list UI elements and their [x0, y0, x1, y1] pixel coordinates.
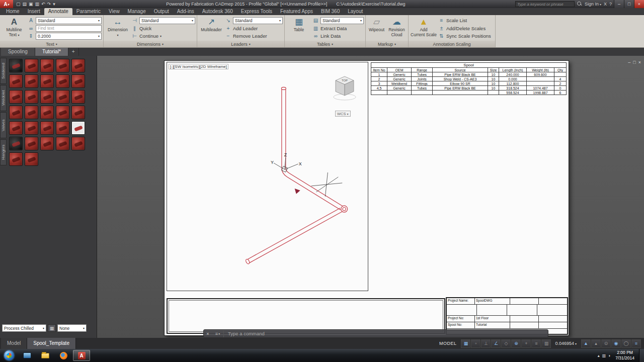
- tray-show-hidden-icon[interactable]: ▴: [598, 353, 600, 358]
- isolate-toggle[interactable]: ◯: [621, 339, 631, 348]
- viewcube-top-face[interactable]: TOP: [342, 79, 348, 82]
- ribbon-tab-bim-360[interactable]: BIM 360: [317, 8, 344, 15]
- otrack-toggle[interactable]: +: [521, 339, 531, 348]
- palette-item-20[interactable]: [9, 121, 23, 135]
- palette-item-21[interactable]: [25, 121, 38, 135]
- palette-item-1[interactable]: [25, 59, 38, 72]
- ribbon-tab-add-ins[interactable]: Add-ins: [173, 8, 198, 15]
- new-tab-button[interactable]: +: [68, 48, 79, 56]
- palette-item-6[interactable]: [25, 74, 38, 88]
- text-style-dropdown[interactable]: Standard▾: [36, 17, 102, 24]
- snap-toggle[interactable]: ▫: [471, 339, 480, 348]
- palette-tab-weldolet[interactable]: Weldolet: [0, 85, 7, 111]
- palette-tab-hangers[interactable]: Hangers: [0, 139, 7, 165]
- palette-item-16[interactable]: [25, 106, 38, 119]
- palette-item-9[interactable]: [71, 74, 85, 88]
- multiline-text-button[interactable]: A MultilineText ▾: [2, 16, 27, 41]
- model-space-label[interactable]: MODEL: [437, 341, 459, 346]
- command-close-icon[interactable]: ×: [204, 331, 212, 336]
- sync-scale-positions-button[interactable]: ⇅ Sync Scale Positions: [438, 32, 494, 40]
- workspace-toggle[interactable]: ◉: [611, 339, 621, 348]
- palette-item-3[interactable]: [56, 59, 69, 72]
- file-tab-tutorial[interactable]: Tutorial*: [35, 48, 68, 56]
- ribbon-tab-home[interactable]: Home: [2, 8, 24, 15]
- minimize-button[interactable]: –: [614, 0, 624, 8]
- wcs-dropdown[interactable]: WCS▾: [335, 111, 351, 117]
- exchange-apps-icon[interactable]: X: [604, 2, 607, 7]
- ribbon-tab-autodesk-360[interactable]: Autodesk 360: [198, 8, 237, 15]
- palette-item-0[interactable]: [9, 59, 23, 72]
- ribbon-tab-layout[interactable]: Layout: [344, 8, 367, 15]
- palette-item-15[interactable]: [9, 106, 23, 119]
- grid-toggle[interactable]: ▦: [461, 339, 470, 348]
- save-file-icon[interactable]: ▣: [29, 2, 33, 7]
- palette-item-2[interactable]: [40, 59, 54, 72]
- new-file-icon[interactable]: ▢: [16, 2, 21, 7]
- layout-tab-model[interactable]: Model: [1, 338, 27, 349]
- palette-item-10[interactable]: [9, 90, 23, 104]
- palette-item-14[interactable]: [71, 90, 85, 104]
- search-input[interactable]: [515, 1, 575, 7]
- panel-footer-dimensions[interactable]: Dimensions▾: [104, 41, 197, 47]
- polar-toggle[interactable]: ∠: [491, 339, 501, 348]
- annotation-visibility-toggle[interactable]: ▲: [581, 339, 591, 348]
- annotation-monitor-toggle[interactable]: ⊙: [601, 339, 611, 348]
- panel-footer-tables[interactable]: Tables▾: [285, 41, 365, 47]
- taskbar-firefox-icon[interactable]: [55, 350, 72, 361]
- plot-icon[interactable]: ▥: [35, 2, 40, 7]
- palette-tab-valves[interactable]: Valves: [0, 112, 7, 138]
- viewport-controls-label[interactable]: [-][SW Isometric][2D Wireframe]: [169, 64, 228, 69]
- palette-tab-soldered[interactable]: Soldered: [0, 58, 7, 84]
- palette-item-8[interactable]: [56, 74, 69, 88]
- panel-footer-leaders[interactable]: Leaders▾: [197, 41, 284, 47]
- find-text-input[interactable]: [36, 25, 102, 32]
- command-line[interactable]: × ≡▾ Type a command: [203, 329, 548, 338]
- wipeout-button[interactable]: ▱ Wipeout: [367, 16, 386, 41]
- ribbon-tab-output[interactable]: Output: [150, 8, 173, 15]
- drawing-restore-button[interactable]: □: [633, 60, 635, 65]
- add-current-scale-button[interactable]: ▲ AddCurrent Scale: [410, 16, 437, 41]
- palette-item-17[interactable]: [40, 106, 54, 119]
- add-delete-scales-button[interactable]: ± Add/Delete Scales: [438, 25, 494, 32]
- sign-in-button[interactable]: Sign In▾: [585, 2, 601, 7]
- palette-item-26[interactable]: [25, 137, 38, 150]
- palette-item-4[interactable]: [71, 59, 85, 72]
- autoscale-toggle[interactable]: ▴: [591, 339, 601, 348]
- panel-footer-text[interactable]: Text▾: [0, 41, 103, 47]
- help-icon[interactable]: ?: [609, 2, 612, 7]
- palette-item-23[interactable]: [56, 121, 69, 135]
- model-viewport[interactable]: Y Z X [-][SW Isometric][2D Wireframe] TO…: [167, 62, 368, 291]
- add-leader-button[interactable]: + Add Leader: [225, 25, 283, 32]
- palette-item-27[interactable]: [40, 137, 54, 150]
- ribbon-tab-view[interactable]: View: [105, 8, 124, 15]
- command-prompt[interactable]: Type a command: [224, 331, 265, 336]
- dim-style-dropdown[interactable]: Standard▾: [139, 17, 195, 24]
- panel-footer-markup[interactable]: Markup▾: [366, 41, 408, 47]
- application-menu-button[interactable]: A▾: [0, 0, 13, 8]
- palette-item-18[interactable]: [56, 106, 69, 119]
- drawing-minimize-button[interactable]: –: [628, 60, 630, 65]
- palette-item-30[interactable]: [9, 152, 23, 166]
- palette-item-28[interactable]: [56, 137, 69, 150]
- service-dropdown[interactable]: Process Chilled▾: [2, 324, 46, 332]
- size-filter-dropdown[interactable]: None▾: [57, 324, 87, 332]
- dimension-button[interactable]: ↔ Dimension▾: [105, 16, 130, 41]
- link-data-button[interactable]: ∞ Link Data: [312, 32, 364, 40]
- palette-item-22[interactable]: [40, 121, 54, 135]
- quick-dimension-button[interactable]: ∥ Quick: [131, 25, 195, 32]
- show-desktop-button[interactable]: [639, 349, 644, 362]
- file-tab-spooling[interactable]: Spooling: [1, 48, 35, 56]
- viewcube[interactable]: TOP: [332, 73, 358, 102]
- palette-item-13[interactable]: [56, 90, 69, 104]
- leader-style-dropdown[interactable]: Standard▾: [233, 17, 283, 24]
- layout-tab-spool-template[interactable]: Spool_Template: [27, 338, 76, 349]
- maximize-button[interactable]: □: [624, 0, 634, 8]
- taskbar-explorer-icon[interactable]: [19, 350, 36, 361]
- scale-list-button[interactable]: ≡ Scale List: [438, 17, 494, 24]
- tray-volume-icon[interactable]: ◗: [608, 353, 611, 358]
- ribbon-tab-annotate[interactable]: Annotate: [44, 8, 72, 15]
- revision-cloud-button[interactable]: ☁ RevisionCloud: [387, 16, 407, 41]
- palette-item-31[interactable]: [25, 152, 38, 166]
- lineweight-toggle[interactable]: ≡: [531, 339, 541, 348]
- command-customize-icon[interactable]: ≡▾: [212, 330, 224, 337]
